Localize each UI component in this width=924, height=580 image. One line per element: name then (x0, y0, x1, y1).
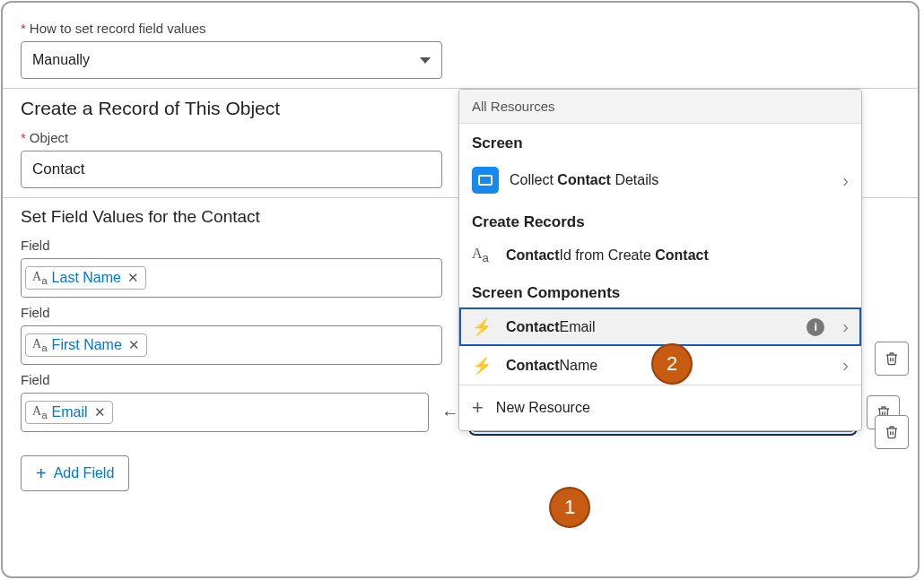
dd-item-contactid[interactable]: Aa ContactId from Create Contact (459, 237, 861, 273)
dd-section-screen: Screen (459, 124, 861, 158)
chevron-right-icon: › (842, 170, 849, 191)
field-pill-label-2: First Name (52, 337, 122, 353)
callout-badge-2: 2 (651, 343, 693, 385)
text-type-icon: Aa (32, 404, 48, 420)
plus-icon: + (472, 396, 484, 420)
how-to-set-value: Manually (32, 52, 90, 68)
how-to-set-label: How to set record field values (21, 21, 900, 36)
field-pill-label-3: Email (52, 404, 88, 420)
text-type-icon: Aa (32, 270, 48, 286)
plus-icon: + (36, 463, 47, 484)
dd-item-collect-contact[interactable]: Collect Contact Details › (459, 158, 861, 203)
trash-icon (885, 424, 899, 440)
screen-icon (472, 167, 499, 194)
callout-badge-1: 1 (549, 487, 590, 528)
arrow-left-icon: ← (441, 403, 459, 423)
dd-section-create: Create Records (459, 203, 861, 237)
new-resource-label: New Resource (496, 400, 590, 416)
dd-section-components: Screen Components (459, 273, 861, 307)
chevron-right-icon: › (842, 355, 849, 376)
remove-icon[interactable]: ✕ (128, 337, 140, 353)
text-type-icon: Aa (32, 337, 48, 353)
lightning-icon: ⚡ (472, 356, 495, 376)
dd-item-label: ContactName (506, 358, 597, 374)
delete-row-button-1[interactable] (875, 342, 909, 376)
add-field-label: Add Field (54, 465, 115, 481)
add-field-button[interactable]: + Add Field (21, 455, 129, 491)
lightning-icon: ⚡ (472, 317, 495, 337)
trash-icon (885, 351, 899, 367)
field-input-2[interactable]: Aa First Name ✕ (21, 325, 442, 365)
new-resource-button[interactable]: + New Resource (459, 385, 861, 430)
dd-item-label: Collect Contact Details (510, 172, 658, 188)
field-input-3[interactable]: Aa Email ✕ (21, 393, 429, 432)
dd-item-label: ContactEmail (506, 319, 596, 335)
text-type-icon: Aa (472, 246, 495, 264)
field-pill-2[interactable]: Aa First Name ✕ (25, 333, 147, 357)
dd-item-contact-email[interactable]: ⚡ ContactEmail i › (459, 307, 861, 346)
object-value: Contact (32, 160, 85, 178)
object-input[interactable]: Contact (21, 151, 442, 188)
remove-icon[interactable]: ✕ (127, 270, 139, 286)
chevron-right-icon: › (842, 316, 849, 337)
chevron-down-icon (420, 57, 431, 64)
delete-row-button-2[interactable] (875, 415, 909, 449)
field-pill-label-1: Last Name (52, 270, 121, 286)
field-pill-3[interactable]: Aa Email ✕ (25, 401, 113, 424)
remove-icon[interactable]: ✕ (94, 404, 106, 420)
dropdown-header: All Resources (459, 90, 861, 124)
field-input-1[interactable]: Aa Last Name ✕ (21, 258, 442, 298)
how-to-set-select[interactable]: Manually (21, 41, 442, 79)
dd-item-label: ContactId from Create Contact (506, 247, 709, 264)
field-pill-1[interactable]: Aa Last Name ✕ (25, 266, 146, 290)
info-icon[interactable]: i (806, 318, 824, 336)
